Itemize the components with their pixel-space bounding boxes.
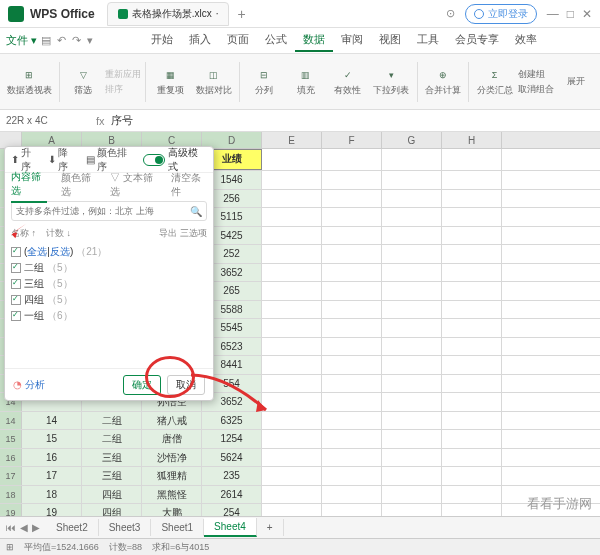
tb-filter[interactable]: ▽筛选 xyxy=(63,58,103,106)
row-header[interactable]: 15 xyxy=(0,430,22,448)
app-name: WPS Office xyxy=(30,7,95,21)
cell[interactable]: 黑熊怪 xyxy=(142,486,202,504)
cell[interactable]: 狐狸精 xyxy=(142,467,202,485)
tb-reapply[interactable]: 重新应用 xyxy=(105,68,141,81)
menu-member[interactable]: 会员专享 xyxy=(447,29,507,52)
sheet-nav-prev[interactable]: ◀ xyxy=(20,522,28,533)
ribbon: ⊞数据透视表 ▽筛选 重新应用 排序 ▦重复项 ◫数据对比 ⊟分列 ▥填充 ✓有… xyxy=(0,54,600,110)
maximize-icon[interactable]: □ xyxy=(567,7,574,21)
avatar-icon xyxy=(474,9,484,19)
home-icon[interactable] xyxy=(8,6,24,22)
file-menu[interactable]: 文件▾ xyxy=(6,33,37,48)
col-g[interactable]: G xyxy=(382,132,442,148)
filter-tab-text[interactable]: ▽ 文本筛选 xyxy=(110,168,157,202)
fx-icon[interactable]: fx xyxy=(96,115,105,127)
export-options[interactable]: 导出 三选项 xyxy=(159,227,207,240)
formula-value[interactable]: 序号 xyxy=(111,113,133,128)
cell[interactable]: 沙悟净 xyxy=(142,449,202,467)
minimize-icon[interactable]: — xyxy=(547,7,559,21)
save-icon[interactable]: ▤ xyxy=(41,34,51,47)
filter-item[interactable]: 二组（5） xyxy=(11,260,207,276)
sheet-tab-1[interactable]: Sheet1 xyxy=(151,519,204,536)
menu-efficiency[interactable]: 效率 xyxy=(507,29,545,52)
cell[interactable]: 三组 xyxy=(82,467,142,485)
name-box[interactable]: 22R x 4C xyxy=(0,112,90,129)
menu-view[interactable]: 视图 xyxy=(371,29,409,52)
tb-group[interactable]: 创建组 xyxy=(518,68,554,81)
analyze-label[interactable]: 分析 xyxy=(25,378,45,392)
filter-list: (全选|反选) （21） 二组（5）三组（5）四组（5）一组（6） xyxy=(5,242,213,352)
cell[interactable]: 17 xyxy=(22,467,82,485)
cell[interactable]: 5624 xyxy=(202,449,262,467)
col-e[interactable]: E xyxy=(262,132,322,148)
sheet-tab-2[interactable]: Sheet2 xyxy=(46,519,99,536)
sheet-tab-4[interactable]: Sheet4 xyxy=(204,518,257,537)
cell[interactable]: 二组 xyxy=(82,430,142,448)
filter-search[interactable]: 🔍 xyxy=(11,201,207,221)
filter-item-all[interactable]: (全选|反选) （21） xyxy=(11,244,207,260)
close-icon[interactable]: ✕ xyxy=(582,7,592,21)
cell[interactable]: 三组 xyxy=(82,449,142,467)
filter-item[interactable]: 三组（5） xyxy=(11,276,207,292)
filter-item[interactable]: 一组（6） xyxy=(11,308,207,324)
cell[interactable]: 唐僧 xyxy=(142,430,202,448)
tb-dup[interactable]: ▦重复项 xyxy=(150,58,190,106)
notice-icon[interactable]: ⊙ xyxy=(446,7,455,20)
formula-bar: 22R x 4C fx 序号 xyxy=(0,110,600,132)
search-icon[interactable]: 🔍 xyxy=(190,206,202,217)
login-button[interactable]: 立即登录 xyxy=(465,4,537,24)
tb-expand[interactable]: 展开 xyxy=(556,58,596,106)
cell[interactable]: 235 xyxy=(202,467,262,485)
sheet-tab-3[interactable]: Sheet3 xyxy=(99,519,152,536)
add-tab-button[interactable]: + xyxy=(229,2,253,26)
col-h[interactable]: H xyxy=(442,132,502,148)
cell[interactable]: 16 xyxy=(22,449,82,467)
search-input[interactable] xyxy=(16,206,190,216)
menu-insert[interactable]: 插入 xyxy=(181,29,219,52)
menu-page[interactable]: 页面 xyxy=(219,29,257,52)
row-header[interactable]: 17 xyxy=(0,467,22,485)
menu-start[interactable]: 开始 xyxy=(143,29,181,52)
tb-sort[interactable]: 排序 xyxy=(105,83,141,96)
sheet-add[interactable]: + xyxy=(257,519,284,536)
tb-ungroup[interactable]: 取消组合 xyxy=(518,83,554,96)
tb-fill[interactable]: ▥填充 xyxy=(286,58,326,106)
cell[interactable]: 二组 xyxy=(82,412,142,430)
cell[interactable]: 1254 xyxy=(202,430,262,448)
cell[interactable]: 14 xyxy=(22,412,82,430)
cell[interactable]: 四组 xyxy=(82,486,142,504)
row-header[interactable]: 14 xyxy=(0,412,22,430)
row-header[interactable]: 16 xyxy=(0,449,22,467)
redo-icon[interactable]: ↷ xyxy=(72,34,81,47)
analyze-link[interactable]: ◔ xyxy=(13,379,22,390)
tb-subtotal[interactable]: Σ分类汇总 xyxy=(473,58,516,106)
status-bar: ⊞ 平均值=1524.1666 计数=88 求和=6与4015 xyxy=(0,538,600,555)
menu-data[interactable]: 数据 xyxy=(295,29,333,52)
tb-consolidate[interactable]: ⊕合并计算 xyxy=(422,58,465,106)
undo-icon[interactable]: ↶ xyxy=(57,34,66,47)
col-f[interactable]: F xyxy=(322,132,382,148)
row-header[interactable]: 18 xyxy=(0,486,22,504)
sheet-nav-first[interactable]: ⏮ xyxy=(6,522,16,533)
menu-tools[interactable]: 工具 xyxy=(409,29,447,52)
titlebar: WPS Office 表格操作场景.xlcx · + ⊙ 立即登录 — □ ✕ xyxy=(0,0,600,28)
cell[interactable]: 18 xyxy=(22,486,82,504)
annotation-arrow-1 xyxy=(10,222,28,240)
cell[interactable]: 15 xyxy=(22,430,82,448)
filter-tab-clear[interactable]: 清空条件 xyxy=(171,168,207,202)
close-tab-icon[interactable]: · xyxy=(216,8,219,19)
cell[interactable]: 2614 xyxy=(202,486,262,504)
menu-review[interactable]: 审阅 xyxy=(333,29,371,52)
filter-tab-color[interactable]: 颜色筛选 xyxy=(61,168,97,202)
filter-tab-content[interactable]: 内容筛选 xyxy=(11,167,47,203)
menu-formula[interactable]: 公式 xyxy=(257,29,295,52)
filter-item[interactable]: 四组（5） xyxy=(11,292,207,308)
document-tab[interactable]: 表格操作场景.xlcx · xyxy=(107,2,230,26)
tb-split[interactable]: ⊟分列 xyxy=(244,58,284,106)
tb-dropdown[interactable]: ▾下拉列表 xyxy=(370,58,413,106)
tb-validity[interactable]: ✓有效性 xyxy=(328,58,368,106)
sheet-icon xyxy=(118,9,128,19)
tb-validate[interactable]: ◫数据对比 xyxy=(192,58,235,106)
sheet-nav-next[interactable]: ▶ xyxy=(32,522,40,533)
tb-pivot[interactable]: ⊞数据透视表 xyxy=(4,58,55,106)
